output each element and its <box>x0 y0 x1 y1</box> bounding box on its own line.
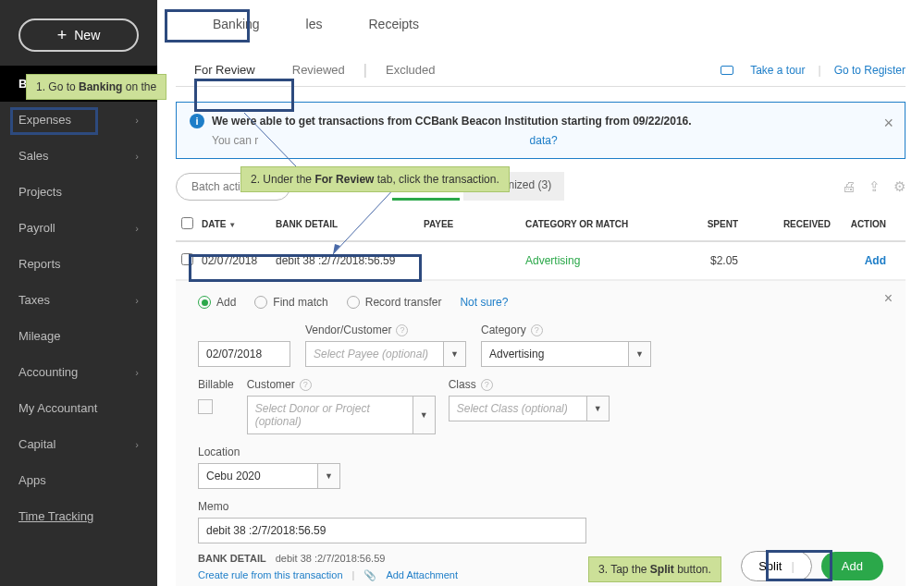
info-text: We were able to get transactions from CC… <box>212 115 692 128</box>
table-header: DATE ▼ BANK DETAIL PAYEE CATEGORY OR MAT… <box>176 208 906 242</box>
row-date: 02/07/2018 <box>202 254 276 267</box>
chevron-right-icon: › <box>135 151 139 162</box>
take-a-tour-link[interactable]: Take a tour <box>750 64 805 77</box>
split-button[interactable]: Split <box>741 551 812 581</box>
chevron-right-icon: › <box>135 223 139 234</box>
sidebar-item-projects[interactable]: Projects <box>0 174 157 210</box>
col-bank-header[interactable]: BANK DETAIL <box>276 219 424 229</box>
location-label: Location <box>198 446 883 458</box>
main-content: Banking les Receipts For Review Reviewed… <box>157 0 924 586</box>
sidebar-item-taxes[interactable]: Taxes› <box>0 282 157 318</box>
go-to-register-link[interactable]: Go to Register <box>834 64 906 77</box>
plus-icon: + <box>57 26 68 45</box>
sidebar-item-reports[interactable]: Reports <box>0 246 157 282</box>
print-icon[interactable]: 🖨 <box>842 178 856 195</box>
chevron-down-icon[interactable]: ▼ <box>444 341 466 367</box>
radio-record-transfer[interactable]: Record transfer <box>347 296 442 309</box>
radio-find-match[interactable]: Find match <box>254 296 327 309</box>
row-category: Advertising <box>525 254 664 267</box>
close-icon[interactable]: × <box>884 290 893 307</box>
sort-caret-icon: ▼ <box>228 221 236 229</box>
expanded-panel: × Add Find match Record transfer Not sur… <box>176 280 906 586</box>
tab-receipts[interactable]: Receipts <box>360 13 428 35</box>
sidebar-item-accounting[interactable]: Accounting› <box>0 354 157 390</box>
col-category-header[interactable]: CATEGORY OR MATCH <box>525 219 664 229</box>
close-icon[interactable]: × <box>883 114 893 133</box>
billable-checkbox[interactable] <box>198 399 213 414</box>
create-rule-link[interactable]: Create rule from this transaction <box>198 569 343 581</box>
tour-icon <box>721 66 733 75</box>
callout-2: 2. Under the For Review tab, click the t… <box>240 166 510 192</box>
row-checkbox[interactable] <box>181 253 193 265</box>
sidebar-item-apps[interactable]: Apps <box>0 462 157 498</box>
location-select[interactable]: Cebu 2020 <box>198 463 318 489</box>
callout-1: 1. Go to Banking on the <box>26 74 166 100</box>
sub-tabs: For Review Reviewed | Excluded Take a to… <box>176 54 906 87</box>
subtab-excluded[interactable]: Excluded <box>367 54 453 86</box>
sidebar-item-mileage[interactable]: Mileage <box>0 318 157 354</box>
date-input[interactable] <box>198 341 290 367</box>
chevron-down-icon[interactable]: ▼ <box>587 396 610 421</box>
add-button[interactable]: Add <box>821 552 883 580</box>
export-icon[interactable]: ⇪ <box>869 178 881 195</box>
add-attachment-link[interactable]: Add Attachment <box>386 569 458 581</box>
bank-detail-value: debit 38 :2/7/2018:56.59 <box>276 553 386 564</box>
class-select[interactable]: Select Class (optional) <box>449 396 587 421</box>
sub-links: Take a tour | Go to Register <box>721 64 906 77</box>
sidebar-item-time-tracking[interactable]: Time Tracking <box>0 498 157 534</box>
billable-label: Billable <box>198 378 234 391</box>
row-bank-detail: debit 38 :2/7/2018:56.59 <box>276 254 424 267</box>
sidebar-item-my-accountant[interactable]: My Accountant <box>0 390 157 426</box>
tab-banking[interactable]: Banking <box>203 13 269 35</box>
not-sure-link[interactable]: Not sure? <box>460 296 508 309</box>
vendor-select[interactable]: Select Payee (optional) <box>305 341 444 367</box>
attach-icon: 📎 <box>363 569 376 581</box>
sidebar-item-expenses[interactable]: Expenses› <box>0 102 157 138</box>
sidebar-item-payroll[interactable]: Payroll› <box>0 210 157 246</box>
callout-3: 3. Tap the Split button. <box>588 556 721 582</box>
col-action-header: ACTION <box>831 219 886 229</box>
subtab-reviewed[interactable]: Reviewed <box>274 54 363 86</box>
top-tabs: Banking les Receipts <box>176 0 906 44</box>
col-date-header[interactable]: DATE <box>202 219 226 229</box>
customer-select[interactable]: Select Donor or Project (optional) <box>247 396 413 434</box>
chevron-right-icon: › <box>135 115 139 126</box>
info-banner: i We were able to get transactions from … <box>176 102 906 159</box>
sidebar-item-sales[interactable]: Sales› <box>0 138 157 174</box>
memo-input[interactable] <box>198 518 586 543</box>
help-icon[interactable]: ? <box>396 324 408 336</box>
row-add-link[interactable]: Add <box>831 254 886 267</box>
select-all-checkbox[interactable] <box>181 217 193 229</box>
col-spent-header[interactable]: SPENT <box>664 219 738 229</box>
radio-add[interactable]: Add <box>198 296 236 309</box>
chevron-down-icon[interactable]: ▼ <box>629 341 651 367</box>
help-icon[interactable]: ? <box>481 379 493 391</box>
row-spent: $2.05 <box>664 254 738 267</box>
info-sub-link[interactable]: data? <box>530 134 558 147</box>
chevron-down-icon[interactable]: ▼ <box>413 396 436 434</box>
sidebar-item-capital[interactable]: Capital› <box>0 426 157 462</box>
info-icon: i <box>190 114 204 128</box>
chevron-right-icon: › <box>135 295 139 306</box>
new-button-label: New <box>74 28 100 43</box>
help-icon[interactable]: ? <box>531 324 543 336</box>
table-row[interactable]: 02/07/2018 debit 38 :2/7/2018:56.59 Adve… <box>176 242 906 280</box>
chevron-down-icon[interactable]: ▼ <box>318 463 340 489</box>
new-button[interactable]: + New <box>18 18 139 52</box>
chevron-right-icon: › <box>135 367 139 378</box>
category-select[interactable]: Advertising <box>481 341 629 367</box>
chevron-right-icon: › <box>135 439 139 450</box>
col-received-header[interactable]: RECEIVED <box>738 219 831 229</box>
tab-rules-partial[interactable]: les <box>297 13 332 35</box>
col-payee-header[interactable]: PAYEE <box>424 219 525 229</box>
memo-label: Memo <box>198 500 883 513</box>
bank-detail-label: BANK DETAIL <box>198 553 266 564</box>
gear-icon[interactable]: ⚙ <box>893 178 906 195</box>
subtab-for-review[interactable]: For Review <box>176 54 274 86</box>
help-icon[interactable]: ? <box>300 379 312 391</box>
